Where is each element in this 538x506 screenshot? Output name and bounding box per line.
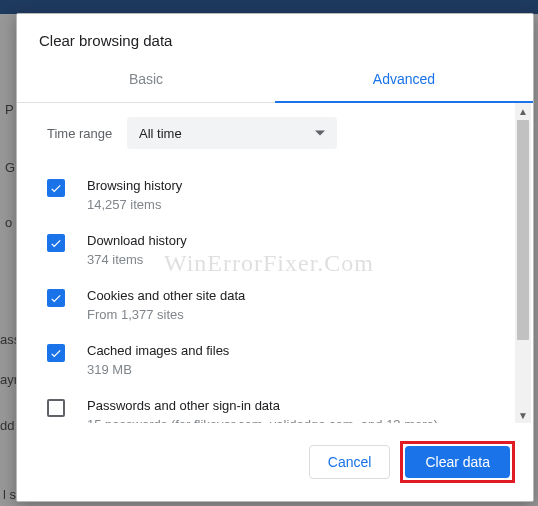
list-item: Browsing history14,257 items <box>39 167 501 222</box>
list-item: Cookies and other site dataFrom 1,377 si… <box>39 277 501 332</box>
tab-advanced[interactable]: Advanced <box>275 59 533 103</box>
time-range-value: All time <box>139 126 182 141</box>
scroll-up-icon[interactable]: ▲ <box>515 103 531 119</box>
item-subtitle: 374 items <box>87 252 501 267</box>
item-title: Cookies and other site data <box>87 287 501 305</box>
browser-top-strip <box>0 0 538 14</box>
chevron-down-icon <box>315 131 325 136</box>
dialog-title: Clear browsing data <box>17 14 533 59</box>
tabs: Basic Advanced <box>17 59 533 103</box>
clear-data-highlight: Clear data <box>400 441 515 483</box>
background-page-text: G <box>5 160 15 175</box>
checkbox[interactable] <box>47 234 65 252</box>
clear-data-button[interactable]: Clear data <box>405 446 510 478</box>
background-page-text: o <box>5 215 12 230</box>
dialog-footer: Cancel Clear data <box>17 423 533 501</box>
scroll-thumb[interactable] <box>517 120 529 340</box>
item-text: Cookies and other site dataFrom 1,377 si… <box>87 287 501 322</box>
dialog-content: Time range All time Browsing history14,2… <box>17 103 515 423</box>
time-range-row: Time range All time <box>47 117 501 149</box>
checkbox[interactable] <box>47 179 65 197</box>
scroll-down-icon[interactable]: ▼ <box>515 407 531 423</box>
checkbox[interactable] <box>47 399 65 417</box>
item-text: Cached images and files319 MB <box>87 342 501 377</box>
background-page-text: P <box>5 102 14 117</box>
clear-browsing-data-dialog: Clear browsing data Basic Advanced Time … <box>16 13 534 502</box>
checkbox[interactable] <box>47 289 65 307</box>
time-range-select[interactable]: All time <box>127 117 337 149</box>
background-page-text: dd <box>0 418 14 433</box>
item-title: Browsing history <box>87 177 501 195</box>
item-text: Download history374 items <box>87 232 501 267</box>
item-title: Passwords and other sign-in data <box>87 397 501 415</box>
item-title: Cached images and files <box>87 342 501 360</box>
list-item: Download history374 items <box>39 222 501 277</box>
item-text: Passwords and other sign-in data15 passw… <box>87 397 501 423</box>
time-range-label: Time range <box>47 126 127 141</box>
item-subtitle: From 1,377 sites <box>87 307 501 322</box>
item-subtitle: 14,257 items <box>87 197 501 212</box>
list-item: Cached images and files319 MB <box>39 332 501 387</box>
item-text: Browsing history14,257 items <box>87 177 501 212</box>
item-title: Download history <box>87 232 501 250</box>
item-subtitle: 319 MB <box>87 362 501 377</box>
list-item: Passwords and other sign-in data15 passw… <box>39 387 501 423</box>
cancel-button[interactable]: Cancel <box>309 445 391 479</box>
tab-basic[interactable]: Basic <box>17 59 275 103</box>
checkbox[interactable] <box>47 344 65 362</box>
scrollbar[interactable]: ▲ ▼ <box>515 103 531 423</box>
